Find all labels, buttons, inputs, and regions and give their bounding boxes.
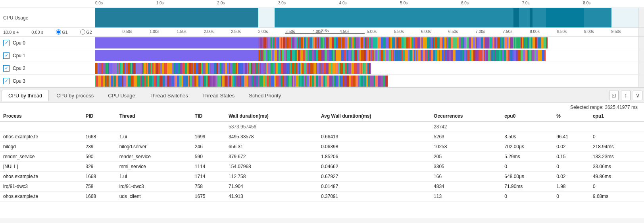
usage-bar <box>530 8 533 27</box>
table-header-pid: PID <box>83 111 116 122</box>
table-cell: 96.41 <box>553 132 590 142</box>
radio-g1-container[interactable]: G1 <box>56 29 68 35</box>
tab-action-sort[interactable]: ↕ <box>621 91 631 100</box>
table-row[interactable]: [NULL]329mmi_service1114154.079680.04662… <box>0 162 644 172</box>
radio-g1[interactable] <box>56 29 61 35</box>
table-cell: 41.913 <box>225 192 318 202</box>
timeline-tick: 0.0s <box>95 1 103 5</box>
table-cell: 0.04662 <box>318 162 431 172</box>
table-cell: 0 <box>501 162 553 172</box>
sub-label-area: 10.0 s + 0.00 s G1 G2 <box>0 28 95 36</box>
cpu-name: Cpu 2 <box>13 66 25 71</box>
cpu-strip <box>95 63 638 74</box>
table-cell: 133.23ms <box>590 152 644 162</box>
cpu-checkbox[interactable] <box>3 65 10 72</box>
tab-actions: ⊡ ↕ ∨ <box>609 91 642 100</box>
table-header-cpu0: cpu0 <box>501 111 553 122</box>
table-cell: 758 <box>83 182 116 192</box>
table-row[interactable]: render_service590render_service590379.67… <box>0 152 644 162</box>
table-cell: 590 <box>192 152 225 162</box>
table-row[interactable]: ohos.example.te16681.ui1714112.7580.6792… <box>0 172 644 182</box>
sub-tick: 5.50s <box>394 29 404 34</box>
table-cell: 4834 <box>431 182 501 192</box>
sub-tick: 4.00s <box>313 29 322 34</box>
cpu-row-label: Cpu 2 <box>0 62 95 74</box>
table-cell: 758 <box>192 182 225 192</box>
cpu-row: Cpu 3 <box>0 75 644 87</box>
table-cell: 9.68ms <box>590 192 644 202</box>
table-cell: 1668 <box>83 192 116 202</box>
table-cell: 5263 <box>431 132 501 142</box>
sub-tick: 8.00s <box>530 29 539 34</box>
cpu-chart[interactable] <box>95 62 638 74</box>
cpu-usage-chart[interactable] <box>95 8 638 27</box>
tab-thread-switches[interactable]: Thread Switches <box>143 90 195 101</box>
cpu-strip <box>95 37 638 48</box>
table-cell: 246 <box>192 142 225 152</box>
cpu-name: Cpu 0 <box>13 40 25 46</box>
row-scroll-area <box>638 37 644 49</box>
table-cell: 0 <box>553 192 590 202</box>
table-cell: 71.90ms <box>501 182 553 192</box>
sub-timeline-row: 10.0 s + 0.00 s G1 G2 3.6s 0.50s1.00s1.5… <box>0 28 644 37</box>
table-header-process: Process <box>0 111 83 122</box>
summary-cell <box>553 122 590 132</box>
table-body: 5373.95745628742ohos.example.te16681.ui1… <box>0 122 644 202</box>
tab-action-more[interactable]: ∨ <box>633 91 642 100</box>
cpu-row-label: Cpu 3 <box>0 75 95 87</box>
cpu-row-label: Cpu 1 <box>0 49 95 62</box>
cpu-name: Cpu 3 <box>13 78 25 84</box>
tab-action-copy[interactable]: ⊡ <box>609 91 619 100</box>
table-header-row: ProcessPIDThreadTIDWall duration(ms)Avg … <box>0 111 644 122</box>
cpu-chart[interactable] <box>95 37 638 49</box>
table-cell: 0.01487 <box>318 182 431 192</box>
cpu-checkbox[interactable] <box>3 52 10 59</box>
table-cell: 49.86ms <box>590 172 644 182</box>
tab-cpu-usage[interactable]: CPU Usage <box>101 90 142 101</box>
tab-sched-priority[interactable]: Sched Priority <box>242 90 288 101</box>
radio-g2-container[interactable]: G2 <box>80 29 92 35</box>
table-row[interactable]: irq/91-dwc3758irq/91-dwc375871.9040.0148… <box>0 182 644 192</box>
table-cell: 1714 <box>192 172 225 182</box>
table-cell: 10258 <box>431 142 501 152</box>
radio-g2[interactable] <box>80 29 85 35</box>
table-cell: ohos.example.te <box>0 192 83 202</box>
table-cell: 0.02 <box>553 172 590 182</box>
usage-bar <box>546 8 584 27</box>
cpu-row: Cpu 0 <box>0 37 644 49</box>
tab-cpu-by-thread[interactable]: CPU by thread <box>2 90 49 101</box>
table-cell: 0.15 <box>553 152 590 162</box>
summary-cell: 28742 <box>431 122 501 132</box>
table-cell: 379.672 <box>225 152 318 162</box>
table-row[interactable]: ohos.example.te1668uds_client167541.9130… <box>0 192 644 202</box>
cpu-chart[interactable] <box>95 75 638 87</box>
table-header-avg-wall-duration-ms-: Avg Wall duration(ms) <box>318 111 431 122</box>
cpu-checkbox[interactable] <box>3 40 10 46</box>
sub-tick: 8.50s <box>557 29 567 34</box>
table-row[interactable]: ohos.example.te16681.ui16993495.335780.6… <box>0 132 644 142</box>
cpu-chart[interactable] <box>95 49 638 62</box>
range-line <box>285 33 365 34</box>
summary-cell <box>192 122 225 132</box>
tab-thread-states[interactable]: Thread States <box>196 90 242 101</box>
cpu-rows-container: Cpu 0Cpu 1Cpu 2Cpu 3 <box>0 37 644 87</box>
timeline-tick: 4.0s <box>339 1 347 5</box>
table-cell: 0.06398 <box>318 142 431 152</box>
time-range-label: 10.0 s + <box>3 30 19 35</box>
cpu-strip <box>95 76 638 87</box>
summary-cell <box>501 122 553 132</box>
table-header-wall-duration-ms-: Wall duration(ms) <box>225 111 318 122</box>
table-cell: [NULL] <box>0 162 83 172</box>
cpu-checkbox[interactable] <box>3 78 10 84</box>
table-row[interactable]: hilogd239hilogd.server246656.310.0639810… <box>0 142 644 152</box>
sub-tick: 3.00s <box>258 29 268 34</box>
cpu-row: Cpu 1 <box>0 49 644 62</box>
timeline-label-area <box>0 0 95 8</box>
table-cell: irq/91-dwc3 <box>0 182 83 192</box>
tab-cpu-by-process[interactable]: CPU by process <box>50 90 100 101</box>
table-cell: 33.06ms <box>590 162 644 172</box>
table-header-thread: Thread <box>116 111 192 122</box>
cpu-row: Cpu 2 <box>0 62 644 75</box>
summary-cell <box>116 122 192 132</box>
cpu-row-label: Cpu 0 <box>0 37 95 49</box>
